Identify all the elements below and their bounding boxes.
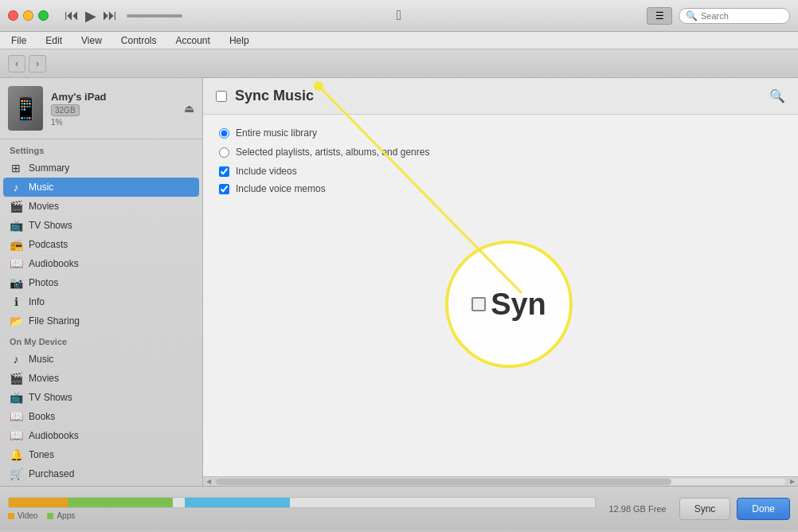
menu-view[interactable]: View [78,35,105,46]
done-button[interactable]: Done [737,498,790,520]
sidebar-item-label: Audiobooks [29,258,79,269]
storage-labels: Video Apps [8,511,596,520]
checkbox-videos-label: Include videos [236,166,297,177]
radio-entire-input[interactable] [219,128,229,139]
sidebar-item-label: File Sharing [29,315,80,327]
bottom-bar: Video Apps 12.98 GB Free Sync Done [0,486,798,530]
navbar: ‹ › Amy's iPad [0,49,798,78]
sidebar-item-podcasts[interactable]: 📻 Podcasts [0,235,202,254]
sidebar-item-label: Summary [29,162,69,174]
apps-segment [68,498,174,507]
close-button[interactable] [8,10,18,21]
zoom-circle-content: Syn [471,288,546,322]
other-segment [185,498,291,507]
sidebar-item-audiobooks[interactable]: 📖 Audiobooks [0,254,202,273]
apps-label-text: Apps [57,511,75,520]
menu-edit[interactable]: Edit [42,35,65,46]
radio-entire-label: Entire music library [236,127,317,139]
radio-selected-input[interactable] [219,147,229,158]
sync-music-checkbox[interactable] [216,91,227,102]
horizontal-scrollbar[interactable]: ◀ ▶ [203,476,798,486]
sidebar-item-label: TV Shows [29,220,72,231]
sidebar-item-audiobooks2[interactable]: 📖 Audiobooks [0,426,202,445]
sidebar-item-summary[interactable]: ⊞ Summary [0,158,202,178]
zoom-checkbox [471,297,486,311]
sidebar-item-label: Photos [29,277,58,288]
playback-controls: ⏮ ▶ ⏭ [57,7,190,25]
summary-icon: ⊞ [10,162,22,174]
titlebar: ⏮ ▶ ⏭  ☰ 🔍 [0,0,798,32]
volume-slider[interactable] [127,14,182,18]
filesharing-icon: 📂 [10,315,22,327]
checkbox-voice-input[interactable] [219,184,229,194]
menu-controls[interactable]: Controls [118,35,160,46]
sidebar-item-music2[interactable]: ♪ Music [0,350,202,369]
eject-button[interactable]: ⏏ [184,102,194,115]
tones-icon: 🔔 [10,448,22,461]
info-icon: ℹ [10,295,22,308]
radio-entire[interactable]: Entire music library [219,127,782,139]
maximize-button[interactable] [38,10,49,21]
checkbox-voice[interactable]: Include voice memos [219,183,782,194]
options-section: Entire music library Selected playlists,… [203,115,798,213]
sidebar-item-tvshows2[interactable]: 📺 TV Shows [0,388,202,407]
menubar: File Edit View Controls Account Help [0,32,798,49]
minimize-button[interactable] [23,10,33,21]
device-section: 📱 Amy's iPad 32GB 1% ⏏ [0,78,202,139]
search-input[interactable] [701,11,783,21]
device-info: Amy's iPad 32GB 1% [51,91,176,127]
scrollbar-thumb[interactable] [216,479,671,485]
sync-button[interactable]: Sync [679,498,731,520]
sidebar-item-tones[interactable]: 🔔 Tones [0,445,202,464]
play-button[interactable]: ▶ [85,7,96,25]
fastforward-button[interactable]: ⏭ [103,7,117,24]
checkbox-videos-input[interactable] [219,166,229,177]
zoom-overlay: Syn [445,241,573,368]
zoom-circle: Syn [445,241,573,368]
forward-button[interactable]: › [29,55,46,72]
audiobooks2-icon: 📖 [10,429,22,442]
apps-dot [47,513,53,519]
music2-icon: ♪ [10,353,22,366]
device-storage-badge: 32GB [51,104,80,116]
movies2-icon: 🎬 [10,372,22,385]
scroll-right-arrow[interactable]: ▶ [788,478,796,485]
list-icon: ☰ [655,10,664,22]
sidebar-item-books[interactable]: 📖 Books [0,407,202,426]
sync-music-title: Sync Music [235,88,314,104]
sidebar-item-purchased[interactable]: 🛒 Purchased [0,464,202,483]
content-search-icon[interactable]: 🔍 [769,88,785,104]
nav-arrows: ‹ › [8,55,46,72]
sidebar: 📱 Amy's iPad 32GB 1% ⏏ Settings ⊞ Summar… [0,78,203,486]
device-name: Amy's iPad [51,91,176,103]
sidebar-item-tvshows[interactable]: 📺 TV Shows [0,216,202,235]
radio-selected-label: Selected playlists, artists, albums, and… [236,147,429,158]
scroll-left-arrow[interactable]: ◀ [205,478,213,485]
settings-section-label: Settings [0,139,202,158]
sidebar-item-movies2[interactable]: 🎬 Movies [0,369,202,388]
list-view-button[interactable]: ☰ [647,7,672,25]
window-controls [0,10,57,21]
sidebar-item-label: Books [29,411,55,422]
sidebar-item-label: TV Shows [29,392,72,403]
checkbox-videos[interactable]: Include videos [219,166,782,177]
tvshows2-icon: 📺 [10,391,22,404]
sidebar-item-label: Purchased [29,468,74,479]
search-box[interactable]: 🔍 [679,8,790,24]
sidebar-item-filesharing[interactable]: 📂 File Sharing [0,311,202,331]
menu-account[interactable]: Account [173,35,213,46]
rewind-button[interactable]: ⏮ [65,7,79,24]
sidebar-item-photos[interactable]: 📷 Photos [0,273,202,292]
sidebar-item-info[interactable]: ℹ Info [0,292,202,311]
menu-file[interactable]: File [8,35,29,46]
device-icon: 📱 [8,86,43,131]
back-button[interactable]: ‹ [8,55,25,72]
radio-selected[interactable]: Selected playlists, artists, albums, and… [219,147,782,158]
sidebar-item-music[interactable]: ♪ Music [3,178,199,197]
menu-help[interactable]: Help [226,35,252,46]
scrollbar-track [216,479,785,485]
photos-icon: 📷 [10,276,22,289]
sidebar-item-label: Movies [29,201,59,212]
checkbox-voice-label: Include voice memos [236,183,326,194]
sidebar-item-movies[interactable]: 🎬 Movies [0,197,202,216]
